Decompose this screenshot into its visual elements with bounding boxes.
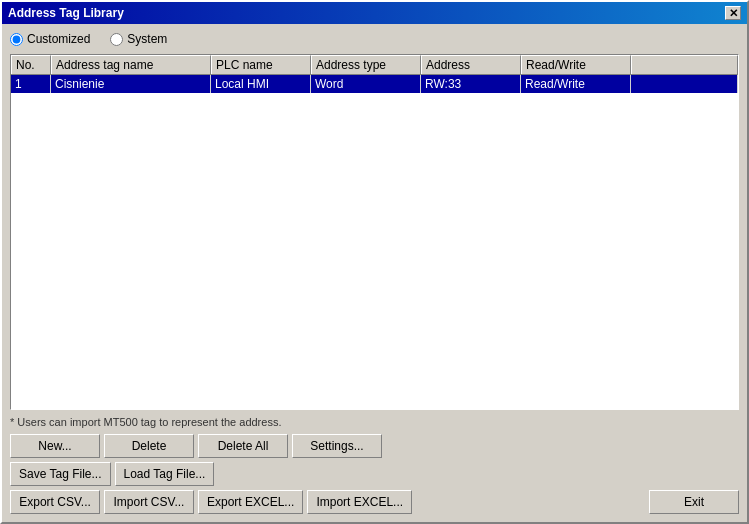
import-excel-button[interactable]: Import EXCEL...: [307, 490, 412, 514]
col-plc-name: PLC name: [211, 55, 311, 74]
export-csv-button[interactable]: Export CSV...: [10, 490, 100, 514]
col-no: No.: [11, 55, 51, 74]
cell-extra: [631, 75, 738, 93]
radio-customized[interactable]: Customized: [10, 32, 90, 46]
export-excel-button[interactable]: Export EXCEL...: [198, 490, 303, 514]
radio-system-label: System: [127, 32, 167, 46]
table-header: No. Address tag name PLC name Address ty…: [11, 55, 738, 75]
button-row-1: New... Delete Delete All Settings...: [10, 434, 739, 458]
radio-group: Customized System: [10, 32, 739, 46]
button-row-2: Save Tag File... Load Tag File...: [10, 462, 739, 486]
cell-address: RW:33: [421, 75, 521, 93]
settings-button[interactable]: Settings...: [292, 434, 382, 458]
cell-plc-name: Local HMI: [211, 75, 311, 93]
cell-read-write: Read/Write: [521, 75, 631, 93]
col-address: Address: [421, 55, 521, 74]
address-tag-library-window: Address Tag Library ✕ Customized System …: [0, 0, 749, 524]
new-button[interactable]: New...: [10, 434, 100, 458]
cell-tag-name: Cisnienie: [51, 75, 211, 93]
radio-system[interactable]: System: [110, 32, 167, 46]
delete-all-button[interactable]: Delete All: [198, 434, 288, 458]
save-tag-file-button[interactable]: Save Tag File...: [10, 462, 111, 486]
footer-note: * Users can import MT500 tag to represen…: [10, 416, 739, 428]
radio-customized-label: Customized: [27, 32, 90, 46]
radio-customized-input[interactable]: [10, 33, 23, 46]
col-address-type: Address type: [311, 55, 421, 74]
close-button[interactable]: ✕: [725, 6, 741, 20]
col-extra: [631, 55, 738, 74]
load-tag-file-button[interactable]: Load Tag File...: [115, 462, 215, 486]
title-bar: Address Tag Library ✕: [2, 2, 747, 24]
button-rows: New... Delete Delete All Settings... Sav…: [10, 434, 739, 514]
table-body: 1 Cisnienie Local HMI Word RW:33 Read/Wr…: [11, 75, 738, 409]
table-row[interactable]: 1 Cisnienie Local HMI Word RW:33 Read/Wr…: [11, 75, 738, 93]
delete-button[interactable]: Delete: [104, 434, 194, 458]
col-tag-name: Address tag name: [51, 55, 211, 74]
window-body: Customized System No. Address tag name P…: [2, 24, 747, 522]
tag-table: No. Address tag name PLC name Address ty…: [10, 54, 739, 410]
window-title: Address Tag Library: [8, 6, 124, 20]
col-read-write: Read/Write: [521, 55, 631, 74]
import-csv-button[interactable]: Import CSV...: [104, 490, 194, 514]
cell-no: 1: [11, 75, 51, 93]
cell-address-type: Word: [311, 75, 421, 93]
radio-system-input[interactable]: [110, 33, 123, 46]
exit-button[interactable]: Exit: [649, 490, 739, 514]
button-row-3: Export CSV... Import CSV... Export EXCEL…: [10, 490, 739, 514]
